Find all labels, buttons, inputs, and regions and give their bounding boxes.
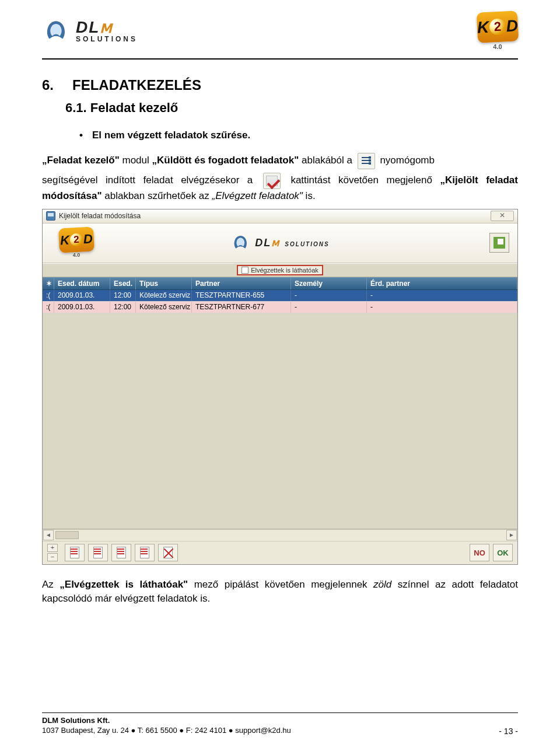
table-row[interactable]: :( 2009.01.03. 12:00 Kötelező szerviz TE… xyxy=(43,290,517,302)
app-icon xyxy=(46,211,55,221)
scroll-thumb[interactable] xyxy=(55,531,79,539)
paragraph-3: Az „Elvégzettek is láthatóak" mező pipál… xyxy=(42,578,518,606)
k2d-mini-logo: K 2 D 4.0 xyxy=(59,228,94,258)
close-button[interactable]: ✕ xyxy=(491,211,514,221)
col-marker[interactable]: ✶ xyxy=(43,278,54,289)
grid-header: ✶ Esed. dátum Esed. Típus Partner Személ… xyxy=(43,277,517,290)
toolbar-button-4[interactable] xyxy=(135,544,155,561)
ok-button[interactable]: OK xyxy=(493,544,513,561)
col-partner[interactable]: Partner xyxy=(192,278,291,289)
banner-edit-button[interactable] xyxy=(489,233,509,253)
pencil-icon xyxy=(494,237,505,249)
toolbar-delete-button[interactable] xyxy=(158,544,178,561)
bullet-item: El nem végzett feladatok szűrése. xyxy=(92,130,518,141)
paragraph-2: segítségével indított feladat elvégzések… xyxy=(42,173,518,203)
toolbar-group xyxy=(65,544,178,561)
add-row-button[interactable]: + xyxy=(47,544,58,552)
app-title: Kijelölt feladat módosítása xyxy=(59,212,141,220)
page-footer: DLM Solutions Kft. 1037 Budapest, Zay u.… xyxy=(42,708,518,736)
filter-bar: Elvégzettek is láthatóak xyxy=(43,263,517,277)
check-icon xyxy=(263,173,281,189)
remove-row-button[interactable]: − xyxy=(47,553,58,561)
toolbar-button-1[interactable] xyxy=(65,544,85,561)
section-subheading: 6.1. Feladat kezelő xyxy=(65,100,518,116)
section-heading: 6.FELADATKEZELÉS xyxy=(42,77,518,93)
col-person[interactable]: Személy xyxy=(291,278,367,289)
col-date[interactable]: Esed. dátum xyxy=(54,278,110,289)
scroll-left-icon[interactable]: ◄ xyxy=(43,530,54,540)
page-number: - 13 - xyxy=(499,726,518,736)
show-completed-filter[interactable]: Elvégzettek is láthatóak xyxy=(237,265,323,275)
app-window: Kijelölt feladat módosítása ✕ K 2 D 4.0 xyxy=(42,209,518,565)
col-type[interactable]: Típus xyxy=(136,278,192,289)
logo-dlm: DLᴍ SOLUTIONS xyxy=(42,19,138,43)
dlm-sub: SOLUTIONS xyxy=(76,36,138,43)
k2d-badge: K 2 D xyxy=(477,11,519,43)
app-banner: K 2 D 4.0 DLᴍ SOLUTIONS xyxy=(43,223,517,263)
list-icon xyxy=(358,153,375,169)
k2d-version: 4.0 xyxy=(493,43,502,50)
app-footer: + − NO OK xyxy=(43,541,517,564)
footer-company: DLM Solutions Kft. xyxy=(42,715,291,726)
table-row[interactable]: :( 2009.01.03. 12:00 Kötelező szerviz TE… xyxy=(43,302,517,313)
paragraph-1: „Feladat kezelő" modul „Küldött és fogad… xyxy=(42,153,518,169)
no-button[interactable]: NO xyxy=(470,544,489,561)
banner-dlm-logo: DLᴍ SOLUTIONS xyxy=(230,234,329,252)
col-time[interactable]: Esed. xyxy=(110,278,136,289)
app-titlebar: Kijelölt feladat módosítása ✕ xyxy=(43,209,517,223)
col-erd[interactable]: Érd. partner xyxy=(367,278,517,289)
footer-contact: 1037 Budapest, Zay u. 24 ● T: 661 5500 ●… xyxy=(42,725,291,736)
toolbar-button-3[interactable] xyxy=(111,544,131,561)
dlm-wordmark: DLᴍ xyxy=(76,19,138,36)
dlm-icon xyxy=(42,19,70,43)
toolbar-button-2[interactable] xyxy=(88,544,108,561)
scroll-right-icon[interactable]: ► xyxy=(506,530,517,540)
checkbox-icon xyxy=(242,267,249,274)
horizontal-scrollbar[interactable]: ◄ ► xyxy=(43,529,517,541)
header-rule xyxy=(42,58,518,60)
logo-k2d: K 2 D 4.0 xyxy=(477,12,518,50)
dlm-swirl: ᴍ xyxy=(100,18,113,36)
grid-body: :( 2009.01.03. 12:00 Kötelező szerviz TE… xyxy=(43,290,517,529)
page-header: DLᴍ SOLUTIONS K 2 D 4.0 xyxy=(42,12,518,54)
